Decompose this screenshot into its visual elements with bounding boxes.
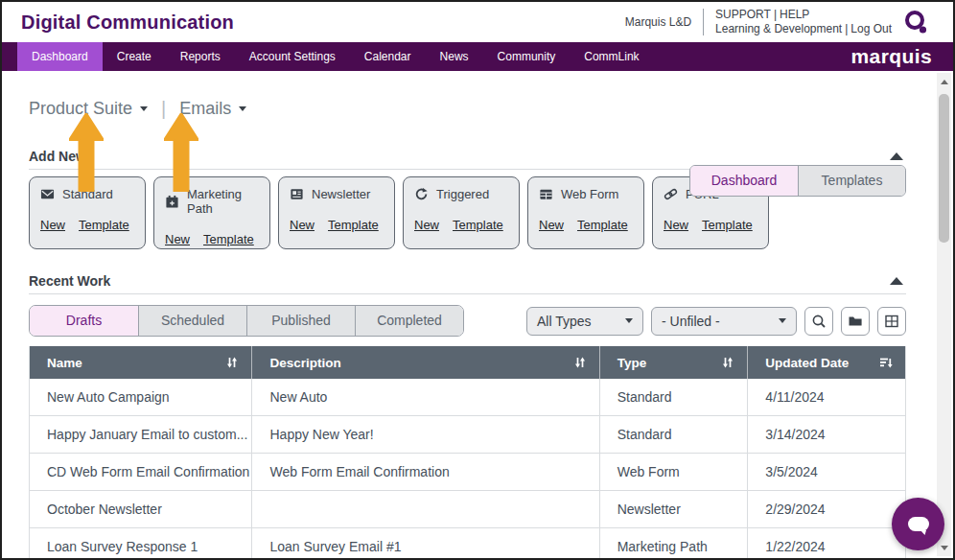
- triggered-new-link[interactable]: New: [414, 218, 439, 232]
- cell-updated-date: 3/14/2024: [747, 416, 905, 453]
- help-link[interactable]: HELP: [780, 8, 809, 21]
- recent-work-toolbar: Drafts Scheduled Published Completed All…: [29, 305, 906, 337]
- collapse-add-new-button[interactable]: [889, 151, 904, 162]
- scroll-up-button[interactable]: [937, 75, 951, 88]
- main-content: Product Suite | Emails Dashboard Templat…: [2, 71, 953, 558]
- newspaper-icon: [290, 187, 304, 201]
- chat-bubble-icon: [905, 511, 932, 538]
- folder-icon: [848, 314, 863, 329]
- nav-item-commlink[interactable]: CommLink: [570, 42, 653, 71]
- folder-filter-value: - Unfiled -: [662, 314, 720, 329]
- account-name-link[interactable]: Marquis L&D: [625, 15, 691, 29]
- envelope-icon: [40, 187, 55, 201]
- type-filter-value: All Types: [537, 314, 592, 329]
- newsletter-template-link[interactable]: Template: [328, 218, 379, 232]
- collapse-icon: [890, 152, 903, 160]
- nav-item-dashboard[interactable]: Dashboard: [17, 42, 103, 71]
- link-icon: [664, 187, 678, 201]
- triggered-template-link[interactable]: Template: [453, 218, 503, 232]
- logout-link[interactable]: Log Out: [850, 22, 892, 35]
- folder-button[interactable]: [841, 307, 870, 336]
- section-divider: [29, 293, 906, 294]
- add-new-heading: Add New: [29, 149, 86, 164]
- nav-item-reports[interactable]: Reports: [166, 42, 235, 71]
- marketing-path-template-link[interactable]: Template: [203, 232, 254, 246]
- magnifier-icon: [811, 314, 827, 329]
- header-utility-area: Marquis L&D SUPPORT|HELP Learning & Deve…: [625, 2, 930, 42]
- collapse-recent-work-button[interactable]: [889, 275, 904, 287]
- dashboard-templates-toggle: Dashboard Templates: [689, 165, 906, 197]
- search-button[interactable]: [804, 307, 833, 336]
- web-form-template-link[interactable]: Template: [577, 218, 628, 232]
- calendar-plus-icon: [165, 195, 179, 209]
- emails-dropdown[interactable]: Emails: [179, 99, 246, 119]
- link-separator: |: [842, 22, 850, 35]
- marquis-logo: marquis: [851, 42, 933, 71]
- grid-view-button[interactable]: [877, 307, 906, 336]
- card-label: Standard: [62, 187, 113, 201]
- nav-item-community[interactable]: Community: [483, 42, 571, 71]
- card-label: Marketing Path: [187, 187, 259, 216]
- standard-new-link[interactable]: New: [40, 218, 65, 232]
- column-header-type[interactable]: Type: [599, 346, 748, 379]
- card-label: Newsletter: [312, 187, 370, 201]
- nav-item-account-settings[interactable]: Account Settings: [235, 42, 350, 71]
- card-label: Web Form: [561, 187, 618, 201]
- cell-name: October Newsletter: [30, 491, 251, 527]
- scroll-down-button[interactable]: [937, 541, 951, 554]
- folder-filter-select[interactable]: - Unfiled -: [651, 307, 797, 336]
- card-marketing-path: Marketing Path New Template: [153, 176, 270, 249]
- toggle-templates-button[interactable]: Templates: [798, 166, 905, 196]
- learning-development-link[interactable]: Learning & Development: [715, 22, 842, 35]
- column-header-name[interactable]: Name: [30, 346, 251, 379]
- tab-scheduled[interactable]: Scheduled: [138, 306, 246, 336]
- tab-completed[interactable]: Completed: [355, 306, 463, 336]
- cell-updated-date: 3/5/2024: [747, 454, 905, 490]
- product-suite-dropdown[interactable]: Product Suite: [29, 99, 148, 119]
- table-row[interactable]: CD Web Form Email Confirmation Web Form …: [30, 454, 905, 491]
- purl-new-link[interactable]: New: [664, 218, 688, 232]
- sort-updown-icon: [225, 356, 239, 369]
- cell-updated-date: 1/22/2024: [747, 528, 905, 558]
- newsletter-new-link[interactable]: New: [290, 218, 314, 232]
- scroll-down-icon: [941, 546, 948, 550]
- chevron-down-icon: [239, 106, 246, 111]
- app-window: Digital Communication Marquis L&D SUPPOR…: [0, 0, 955, 560]
- table-icon: [539, 187, 553, 201]
- header-links: SUPPORT|HELP Learning & Development|Log …: [715, 8, 892, 36]
- nav-item-calendar[interactable]: Calendar: [350, 42, 426, 71]
- search-icon[interactable]: [903, 8, 930, 36]
- standard-template-link[interactable]: Template: [79, 218, 129, 232]
- vertical-scrollbar: [937, 73, 951, 556]
- recent-work-section-header: Recent Work: [29, 272, 906, 289]
- chat-widget-button[interactable]: [892, 498, 944, 550]
- table-row[interactable]: October Newsletter Newsletter 2/29/2024: [30, 491, 905, 528]
- scrollbar-thumb[interactable]: [939, 94, 949, 243]
- type-filter-select[interactable]: All Types: [526, 307, 643, 336]
- marketing-path-new-link[interactable]: New: [165, 232, 190, 246]
- cell-updated-date: 2/29/2024: [747, 491, 905, 527]
- cell-type: Newsletter: [599, 491, 748, 527]
- chevron-down-icon: [625, 318, 633, 323]
- nav-item-create[interactable]: Create: [103, 42, 166, 71]
- column-header-description[interactable]: Description: [251, 346, 598, 379]
- nav-item-news[interactable]: News: [426, 42, 483, 71]
- card-web-form: Web Form New Template: [527, 176, 644, 249]
- cell-type: Standard: [599, 416, 748, 453]
- purl-template-link[interactable]: Template: [702, 218, 753, 232]
- support-link[interactable]: SUPPORT: [715, 8, 771, 21]
- table-row[interactable]: Loan Survey Response 1 Loan Survey Email…: [30, 528, 905, 558]
- cell-description: Happy New Year!: [251, 416, 598, 453]
- column-header-updated-date[interactable]: Updated Date: [747, 346, 905, 379]
- header-divider: [703, 9, 704, 35]
- cell-type: Marketing Path: [599, 528, 748, 558]
- cell-name: Happy January Email to custom...: [30, 416, 251, 453]
- web-form-new-link[interactable]: New: [539, 218, 564, 232]
- tab-published[interactable]: Published: [246, 306, 355, 336]
- cell-updated-date: 4/11/2024: [747, 379, 905, 415]
- toggle-dashboard-button[interactable]: Dashboard: [690, 166, 798, 196]
- chevron-down-icon: [140, 106, 148, 111]
- tab-drafts[interactable]: Drafts: [30, 306, 138, 336]
- table-row[interactable]: New Auto Campaign New Auto Standard 4/11…: [30, 379, 905, 416]
- table-row[interactable]: Happy January Email to custom... Happy N…: [30, 416, 905, 454]
